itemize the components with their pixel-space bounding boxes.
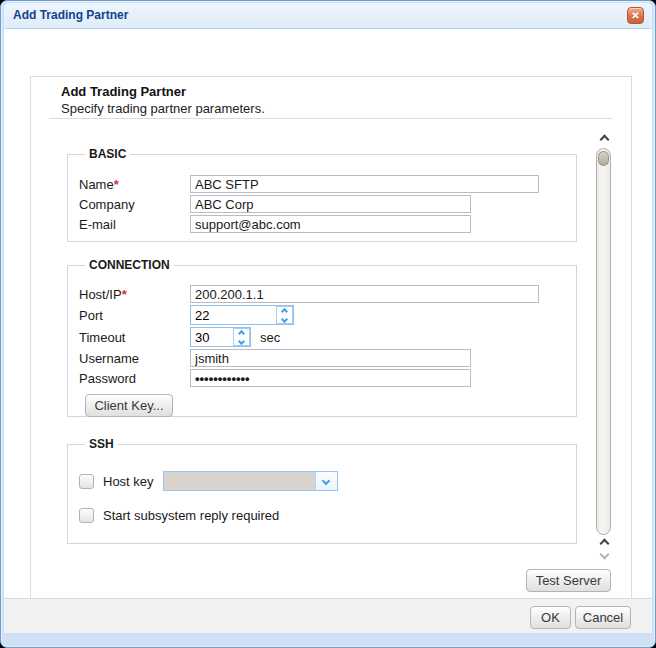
scroll-down-icon[interactable]	[595, 548, 613, 560]
timeout-spin-buttons	[233, 328, 250, 346]
timeout-spinner	[190, 327, 251, 347]
scroll-up-icon[interactable]	[595, 133, 613, 145]
client-key-button[interactable]: Client Key...	[85, 394, 173, 417]
name-row: Name*	[79, 174, 576, 194]
timeout-spin-up-icon[interactable]	[234, 329, 249, 337]
wizard-panel: Add Trading Partner Specify trading part…	[30, 76, 632, 607]
start-subsystem-checkbox[interactable]	[79, 508, 94, 523]
add-trading-partner-dialog: Add Trading Partner ✕ Add Trading Partne…	[0, 0, 656, 648]
cancel-button[interactable]: Cancel	[575, 606, 631, 629]
host-key-row: Host key	[79, 471, 576, 491]
username-row: Username	[79, 348, 576, 368]
port-spin-down-icon[interactable]	[277, 315, 292, 323]
host-key-checkbox[interactable]	[79, 474, 94, 489]
ok-button[interactable]: OK	[530, 606, 571, 629]
timeout-row: Timeout sec	[79, 326, 576, 348]
host-key-dropdown-value	[164, 472, 315, 490]
host-key-label: Host key	[103, 474, 154, 489]
host-key-dropdown[interactable]	[163, 471, 338, 491]
vertical-scrollbar[interactable]	[595, 133, 613, 559]
email-input[interactable]	[190, 215, 471, 233]
page-title: Add Trading Partner	[61, 84, 186, 99]
email-label: E-mail	[79, 217, 190, 232]
window-body: Add Trading Partner Specify trading part…	[4, 28, 652, 598]
scrollbar-track[interactable]	[596, 148, 611, 535]
name-label: Name*	[79, 177, 190, 192]
port-label: Port	[79, 308, 190, 323]
port-spinner	[190, 305, 294, 325]
host-row: Host/IP*	[79, 284, 576, 304]
port-input[interactable]	[191, 306, 276, 324]
basic-legend: BASIC	[85, 147, 130, 161]
port-spin-up-icon[interactable]	[277, 307, 292, 315]
username-label: Username	[79, 351, 190, 366]
start-subsystem-row: Start subsystem reply required	[79, 505, 576, 525]
host-input[interactable]	[190, 285, 539, 303]
connection-legend: CONNECTION	[85, 258, 174, 272]
connection-fieldset: CONNECTION Host/IP* Port	[67, 258, 577, 417]
email-row: E-mail	[79, 214, 576, 234]
ssh-legend: SSH	[85, 437, 118, 451]
window-titlebar[interactable]: Add Trading Partner ✕	[4, 3, 652, 28]
close-icon[interactable]: ✕	[627, 7, 644, 24]
required-marker: *	[122, 287, 127, 302]
header-divider	[49, 118, 612, 119]
timeout-unit-label: sec	[260, 330, 280, 345]
password-label: Password	[79, 371, 190, 386]
start-subsystem-label: Start subsystem reply required	[103, 508, 279, 523]
company-input[interactable]	[190, 195, 471, 213]
password-row: Password	[79, 368, 576, 388]
basic-fieldset: BASIC Name* Company E-mail	[67, 147, 577, 242]
name-input[interactable]	[190, 175, 539, 193]
scrollbar-thumb[interactable]	[598, 151, 609, 166]
timeout-spin-down-icon[interactable]	[234, 337, 249, 345]
username-input[interactable]	[190, 349, 471, 367]
password-input[interactable]	[190, 369, 471, 387]
port-spin-buttons	[276, 306, 293, 324]
company-label: Company	[79, 197, 190, 212]
timeout-label: Timeout	[79, 330, 190, 345]
dialog-footer: OK Cancel	[4, 598, 652, 633]
chevron-down-icon[interactable]	[315, 472, 337, 490]
page-subtitle: Specify trading partner parameters.	[61, 101, 265, 116]
ssh-fieldset: SSH Host key Start subsystem reply requi…	[67, 437, 577, 544]
port-row: Port	[79, 304, 576, 326]
window-title: Add Trading Partner	[13, 8, 128, 22]
company-row: Company	[79, 194, 576, 214]
required-marker: *	[114, 177, 119, 192]
host-label: Host/IP*	[79, 287, 190, 302]
test-server-button[interactable]: Test Server	[526, 569, 611, 592]
timeout-input[interactable]	[191, 328, 233, 346]
